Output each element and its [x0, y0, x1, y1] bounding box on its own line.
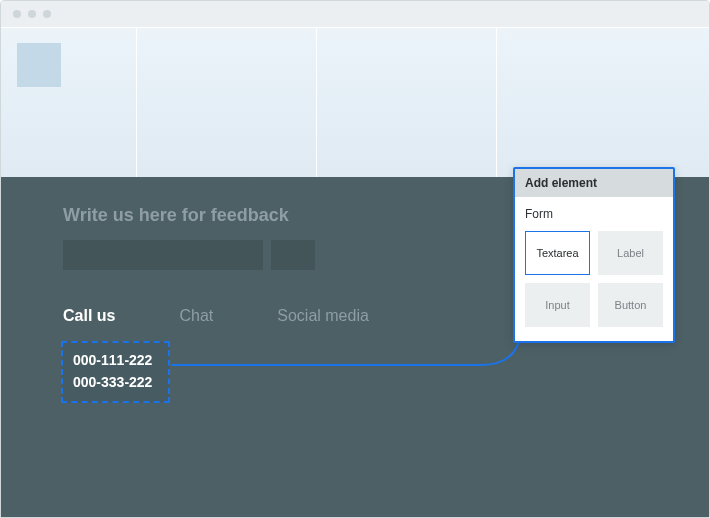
hero-block: [137, 27, 317, 177]
feedback-input[interactable]: [63, 240, 263, 270]
app-window: Write us here for feedback Call us Chat …: [0, 0, 710, 518]
popover-section-label: Form: [525, 207, 663, 221]
tab-chat[interactable]: Chat: [179, 307, 213, 325]
element-option-label[interactable]: Label: [598, 231, 663, 275]
hero-block: [497, 27, 709, 177]
element-option-textarea[interactable]: Textarea: [525, 231, 590, 275]
hero-strip: [1, 27, 709, 177]
tab-social-media[interactable]: Social media: [277, 307, 369, 325]
element-option-input[interactable]: Input: [525, 283, 590, 327]
window-dot: [43, 10, 51, 18]
titlebar: [1, 1, 709, 27]
tab-call-us[interactable]: Call us: [63, 307, 115, 325]
phone-selection-box[interactable]: 000-111-222 000-333-222: [61, 341, 170, 403]
phone-number: 000-333-222: [73, 371, 152, 393]
canvas: Write us here for feedback Call us Chat …: [1, 27, 709, 517]
hero-tile: [17, 43, 61, 87]
popover-title: Add element: [515, 169, 673, 197]
feedback-title: Write us here for feedback: [63, 205, 315, 226]
feedback-submit-button[interactable]: [271, 240, 315, 270]
window-dot: [13, 10, 21, 18]
hero-block: [317, 27, 497, 177]
phone-number: 000-111-222: [73, 349, 152, 371]
feedback-section: Write us here for feedback: [63, 205, 315, 270]
window-dot: [28, 10, 36, 18]
element-option-button[interactable]: Button: [598, 283, 663, 327]
contact-tabs: Call us Chat Social media: [63, 307, 369, 325]
hero-block: [1, 27, 17, 177]
add-element-popover: Add element Form Textarea Label Input Bu…: [513, 167, 675, 343]
